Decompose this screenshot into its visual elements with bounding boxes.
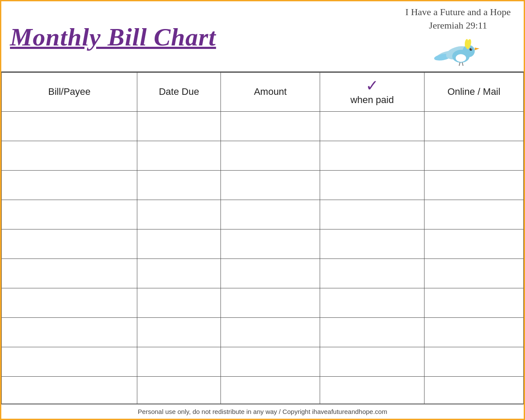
table-cell: [425, 347, 524, 376]
bird-icon: [434, 35, 482, 69]
table-cell: [425, 376, 524, 404]
table-cell: [137, 376, 221, 404]
table-body: [2, 111, 524, 404]
table-row: [2, 111, 524, 141]
svg-line-12: [462, 62, 463, 66]
svg-point-6: [471, 48, 472, 49]
table-cell: [320, 229, 425, 258]
table-cell: [425, 288, 524, 317]
verse-line2: Jeremiah 29:11: [405, 19, 511, 32]
table-cell: [221, 170, 320, 200]
table-cell: [425, 229, 524, 258]
table-cell: [221, 258, 320, 288]
col-header-check: ✓ when paid: [320, 72, 425, 111]
check-header-content: ✓ when paid: [322, 78, 422, 106]
table-cell: [221, 317, 320, 347]
col-header-bill: Bill/Payee: [2, 72, 137, 111]
table-cell: [137, 200, 221, 229]
check-label: when paid: [350, 94, 394, 106]
table-cell: [320, 347, 425, 376]
table-row: [2, 376, 524, 404]
table-cell: [320, 258, 425, 288]
table-cell: [2, 376, 137, 404]
table-cell: [2, 200, 137, 229]
table-cell: [2, 288, 137, 317]
table-cell: [320, 288, 425, 317]
table-row: [2, 229, 524, 258]
table-cell: [2, 229, 137, 258]
table-cell: [2, 170, 137, 200]
table-cell: [221, 376, 320, 404]
table-row: [2, 200, 524, 229]
table-cell: [137, 170, 221, 200]
table-wrapper: Bill/Payee Date Due Amount ✓ when paid: [1, 72, 524, 404]
title-area: Monthly Bill Chart: [10, 23, 216, 51]
svg-line-11: [459, 62, 460, 66]
table-cell: [221, 347, 320, 376]
table-cell: [221, 229, 320, 258]
page-wrapper: Monthly Bill Chart I Have a Future and a…: [0, 0, 525, 420]
table-cell: [2, 317, 137, 347]
table-cell: [320, 200, 425, 229]
table-cell: [137, 347, 221, 376]
table-row: [2, 317, 524, 347]
footer: Personal use only, do not redistribute i…: [1, 404, 524, 419]
col-header-date: Date Due: [137, 72, 221, 111]
svg-marker-7: [475, 48, 480, 50]
table-row: [2, 347, 524, 376]
table-cell: [221, 141, 320, 170]
table-cell: [425, 200, 524, 229]
table-cell: [425, 111, 524, 141]
bill-table: Bill/Payee Date Due Amount ✓ when paid: [1, 72, 524, 404]
table-cell: [221, 288, 320, 317]
svg-point-10: [456, 54, 466, 62]
col-header-online: Online / Mail: [425, 72, 524, 111]
table-cell: [137, 141, 221, 170]
table-row: [2, 170, 524, 200]
table-cell: [320, 376, 425, 404]
table-row: [2, 288, 524, 317]
table-cell: [2, 111, 137, 141]
col-header-amount: Amount: [221, 72, 320, 111]
checkmark-icon: ✓: [366, 78, 379, 94]
table-cell: [425, 258, 524, 288]
table-cell: [425, 141, 524, 170]
table-cell: [320, 170, 425, 200]
svg-point-5: [470, 48, 472, 51]
footer-text: Personal use only, do not redistribute i…: [138, 408, 387, 415]
table-cell: [221, 200, 320, 229]
table-cell: [137, 317, 221, 347]
table-cell: [137, 288, 221, 317]
table-cell: [2, 347, 137, 376]
page-title: Monthly Bill Chart: [10, 23, 216, 51]
header-right: I Have a Future and a Hope Jeremiah 29:1…: [405, 6, 511, 69]
table-row: [2, 258, 524, 288]
table-cell: [2, 258, 137, 288]
verse-text: I Have a Future and a Hope Jeremiah 29:1…: [405, 6, 511, 32]
table-cell: [137, 111, 221, 141]
table-cell: [137, 258, 221, 288]
bird-illustration: [434, 35, 482, 69]
table-cell: [320, 141, 425, 170]
table-row: [2, 141, 524, 170]
table-cell: [221, 111, 320, 141]
table-cell: [425, 170, 524, 200]
header: Monthly Bill Chart I Have a Future and a…: [1, 1, 524, 72]
verse-line1: I Have a Future and a Hope: [405, 6, 511, 19]
table-cell: [2, 141, 137, 170]
table-cell: [320, 317, 425, 347]
table-cell: [137, 229, 221, 258]
table-cell: [425, 317, 524, 347]
table-cell: [320, 111, 425, 141]
table-header-row: Bill/Payee Date Due Amount ✓ when paid: [2, 72, 524, 111]
